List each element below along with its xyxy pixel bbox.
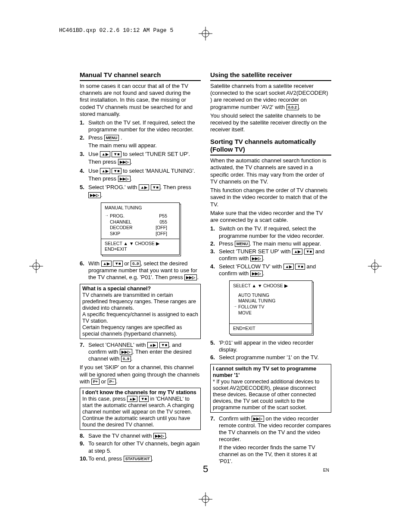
status-exit-key-icon: STATUS/EXIT: [124, 456, 152, 462]
play-ffwd-key-icon: ▶▶▷: [118, 176, 131, 182]
ft-p3: Make sure that the video recorder and th…: [210, 210, 331, 224]
up-play-key-icon: ▲▶: [292, 249, 302, 255]
down-stop-key-icon: ▼■: [295, 264, 305, 270]
down-stop-key-icon: ▼■: [113, 261, 122, 267]
step-4: 4. Use ▲▶ ▼■ to select 'MANUAL TUNING'. …: [80, 168, 201, 183]
digits-key-icon: 0.0.2: [286, 104, 299, 110]
play-ffwd-key-icon: ▶▶▷: [250, 255, 263, 261]
up-play-key-icon: ▲▶: [101, 261, 112, 267]
registration-mark-icon: [26, 258, 43, 275]
p-plus-key-icon: P+: [91, 379, 100, 385]
content-area: Manual TV channel search In some cases i…: [80, 71, 332, 467]
ft-step-2: 2.Press MENU. The main menu will appear.: [210, 240, 331, 247]
down-stop-key-icon: ▼■: [151, 184, 160, 190]
note-special-channel: What is a special channel? TV channels a…: [80, 284, 201, 339]
ft-step-7: 7. Confirm with ▶▶▷ on the video recorde…: [210, 415, 331, 465]
note-cannot-switch: I cannot switch my TV set to programme n…: [210, 364, 331, 413]
up-play-key-icon: ▲▶: [147, 342, 158, 348]
play-ffwd-key-icon: ▶▶▷: [118, 159, 131, 165]
play-ffwd-key-icon: ▶▶▷: [153, 433, 166, 439]
menu-key-icon: MENU: [235, 241, 250, 247]
down-stop-key-icon: ▼■: [112, 151, 121, 157]
play-ffwd-key-icon: ▶▶▷: [120, 349, 132, 355]
ft-p1: When the automatic channel search functi…: [210, 157, 331, 185]
play-ffwd-key-icon: ▶▶▷: [88, 192, 101, 198]
osd-follow-tv: SELECT ▲ ▼ CHOOSE ▶ AUTO TUNING MANUAL T…: [229, 280, 312, 334]
language-code: EN: [323, 468, 329, 473]
registration-mark-icon: [197, 492, 214, 510]
print-header: HC461BD.qxp 02.2.6 10:12 AM Page 5: [59, 27, 173, 34]
right-column: Using the satellite receiver Satellite c…: [210, 71, 331, 467]
osd-manual-tuning: MANUAL TUNING PROG.P55 CHANNEL055 DECODE…: [101, 202, 180, 255]
ft-step-3: 3.Select 'TUNER SET UP' with ▲▶ ▼■ and c…: [210, 248, 331, 262]
skip-note: If you set 'SKIP' on for a channel, this…: [80, 364, 201, 385]
play-ffwd-key-icon: ▶▶▷: [184, 274, 197, 280]
step-1: 1.Switch on the TV set. If required, sel…: [80, 119, 201, 134]
note-unknown-channels: I don't know the channels for my TV stat…: [80, 388, 201, 430]
digits-key-icon: 0..9: [131, 261, 140, 267]
heading-manual-search: Manual TV channel search: [80, 71, 201, 81]
step-6: 6. With ▲▶ ▼■ or 0..9, select the desire…: [80, 260, 201, 281]
ft-step-1: 1.Switch on the TV. If required, select …: [210, 225, 331, 240]
ft-step-6: 6.Select programme number '1' on the TV.: [210, 354, 331, 361]
down-stop-key-icon: ▼■: [304, 249, 314, 255]
down-stop-key-icon: ▼■: [139, 396, 149, 402]
step-2: 2. Press MENU . The main menu will appea…: [80, 134, 201, 149]
up-play-key-icon: ▲▶: [139, 184, 149, 190]
ft-step-4: 4.Select 'FOLLOW TV' with ▲▶ ▼■ and conf…: [210, 263, 331, 277]
heading-follow-tv: Sorting TV channels automatically (Follo…: [210, 138, 331, 156]
intro-paragraph: In some cases it can occur that all of t…: [80, 83, 201, 118]
ft-step-5: 5.'P:01' will appear in the video record…: [210, 339, 331, 354]
sat-p1: Satellite channels from a satellite rece…: [210, 83, 331, 111]
down-stop-key-icon: ▼■: [112, 168, 121, 174]
p-minus-key-icon: P−: [108, 379, 116, 385]
step-9: 9.To search for other TV channels, begin…: [80, 440, 201, 454]
play-ffwd-key-icon: ▶▶▷: [252, 416, 264, 422]
page-number: 5: [0, 464, 411, 475]
step-7: 7. Select 'CHANNEL' with ▲▶ ▼■, and conf…: [80, 342, 201, 363]
document-page: HC461BD.qxp 02.2.6 10:12 AM Page 5 Manua…: [0, 0, 411, 532]
step-8: 8.Save the TV channel with ▶▶▷.: [80, 432, 201, 439]
heading-satellite: Using the satellite receiver: [210, 71, 331, 81]
up-play-key-icon: ▲▶: [127, 396, 137, 402]
up-play-key-icon: ▲▶: [283, 264, 294, 270]
ft-p2: This function changes the order of TV ch…: [210, 187, 331, 208]
step-3: 3. Use ▲▶ ▼■ to select 'TUNER SET UP'. T…: [80, 151, 201, 166]
up-play-key-icon: ▲▶: [100, 151, 110, 157]
left-column: Manual TV channel search In some cases i…: [80, 71, 201, 467]
registration-mark-icon: [197, 23, 214, 40]
digits-key-icon: 0..9: [121, 356, 131, 362]
step-5: 5. Select 'PROG.' with ▲▶ ▼■. Then press: [80, 184, 201, 191]
registration-mark-icon: [368, 258, 385, 275]
step-10: 10.To end, press STATUS/EXIT.: [80, 455, 201, 462]
down-stop-key-icon: ▼■: [159, 342, 169, 348]
sat-p2: You should select the satelite channels …: [210, 112, 331, 134]
play-ffwd-key-icon: ▶▶▷: [250, 271, 263, 277]
up-play-key-icon: ▲▶: [100, 168, 110, 174]
menu-key-icon: MENU: [104, 135, 119, 141]
